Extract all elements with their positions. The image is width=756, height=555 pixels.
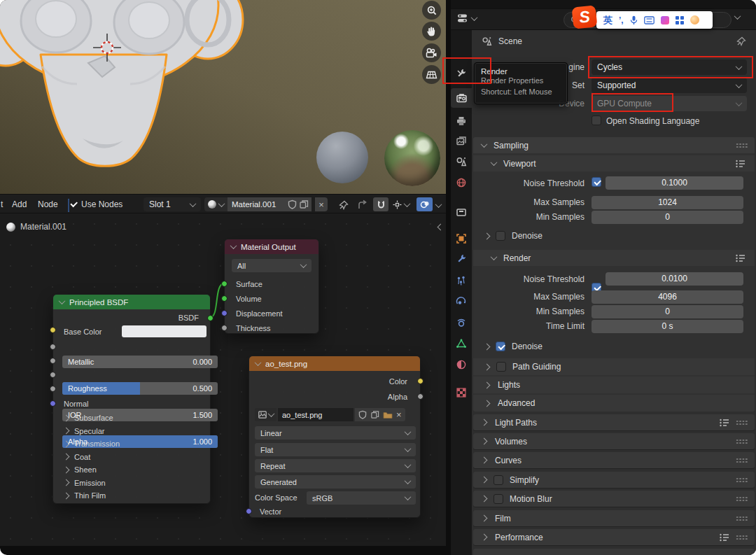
lights-panel-header[interactable]: Lights [473,377,755,393]
displacement-socket[interactable] [221,310,227,316]
render-denoise-panel[interactable]: Denoise [484,342,542,351]
motion-blur-panel[interactable]: Motion Blur [473,491,755,507]
node-menu[interactable]: Node [38,199,58,209]
alpha-socket[interactable] [50,386,56,392]
coat-panel[interactable]: Coat [64,453,90,461]
normal-socket[interactable] [50,400,56,407]
path-guiding-checkbox[interactable] [496,362,506,372]
material-properties-tab[interactable] [451,355,472,374]
material-name-field[interactable]: Material.001 [227,197,293,211]
fake-user-shield-icon[interactable] [288,199,297,209]
motion-blur-checkbox[interactable] [493,494,503,504]
sheen-panel[interactable]: Sheen [64,465,97,474]
simplify-checkbox[interactable] [493,475,503,485]
output-target-dropdown[interactable]: All [232,259,312,272]
snap-toggle-button[interactable] [373,197,388,211]
use-nodes-checkbox[interactable] [68,199,69,212]
header-options-button[interactable] [735,15,740,20]
pin-icon[interactable] [736,36,746,46]
close-icon[interactable]: × [396,410,402,419]
ime-language-toggle[interactable]: 英 [603,14,612,27]
presets-icon[interactable] [719,418,730,428]
panel-grip-icon[interactable] [736,496,748,502]
noise-threshold-checkbox[interactable] [592,177,601,187]
toolbox-grid-icon[interactable] [676,16,684,24]
fake-user-shield-icon[interactable] [358,410,367,419]
presets-icon[interactable] [735,159,746,169]
time-limit-value[interactable]: 0 s [592,320,743,333]
render-min-samples-value[interactable]: 0 [592,305,743,318]
advanced-panel-header[interactable]: Advanced [473,395,755,412]
thin-film-panel[interactable]: Thin Film [64,491,106,500]
view-layer-properties-tab[interactable] [451,131,472,150]
vector-socket[interactable] [246,508,252,514]
perspective-gizmo-button[interactable] [422,65,441,84]
performance-panel[interactable]: Performance [473,529,755,545]
metallic-socket[interactable] [50,344,56,350]
color-output-socket[interactable] [417,378,424,384]
viewport-3d[interactable] [0,0,446,194]
image-name-field[interactable]: ao_test.png [278,408,354,421]
snap-target-dropdown[interactable] [390,197,412,211]
ime-punctuation-toggle[interactable]: ’, [619,15,624,25]
render-noise-threshold-value[interactable]: 0.0100 [606,272,743,286]
suzanne-monkey-model[interactable] [0,0,446,194]
particle-properties-tab[interactable] [451,271,472,290]
thickness-socket[interactable] [221,325,227,331]
folder-icon[interactable] [383,411,393,419]
unlink-button[interactable]: × [315,197,328,211]
noise-threshold-value[interactable]: 0.1000 [606,176,743,190]
shader-node-canvas[interactable]: Material.001 Material Output All Surface… [0,213,446,546]
max-samples-value[interactable]: 1024 [592,196,743,209]
slot-dropdown[interactable]: Slot 1 [144,197,201,211]
panel-grip-icon[interactable] [736,439,748,444]
film-panel[interactable]: Film [473,510,755,526]
menu-partial[interactable]: t [1,199,3,209]
alpha-output-socket[interactable] [417,393,424,400]
presets-icon[interactable] [735,253,746,263]
material-browse-button[interactable] [204,197,227,211]
path-guiding-panel-header[interactable]: Path Guiding [473,358,755,375]
overlays-dropdown-chevron[interactable] [435,201,442,208]
source-dropdown[interactable]: Generated [255,475,416,489]
osl-checkbox[interactable] [592,115,601,125]
simplify-panel[interactable]: Simplify [473,472,755,488]
roughness-slider[interactable]: Roughness0.500 [62,382,218,395]
ior-socket[interactable] [50,372,56,378]
viewport-subpanel-header[interactable]: Viewport [473,155,755,171]
surface-socket[interactable] [221,281,227,287]
mic-icon[interactable] [630,15,638,25]
specular-panel[interactable]: Specular [64,427,104,435]
camera-view-gizmo-button[interactable] [422,43,441,62]
light-paths-panel[interactable]: Light Paths [473,414,755,430]
panel-grip-icon[interactable] [736,516,748,521]
image-browse-button[interactable] [255,408,276,421]
parent-node-tree-icon[interactable] [357,199,368,210]
panel-grip-icon[interactable] [736,458,748,463]
curves-panel[interactable]: Curves [473,452,755,468]
object-properties-tab[interactable] [451,229,472,248]
viewport-denoise-checkbox[interactable] [496,231,505,241]
render-max-samples-value[interactable]: 4096 [592,290,743,304]
pin-icon[interactable] [339,200,349,210]
base-color-socket[interactable] [50,327,56,333]
material-output-node[interactable]: Material Output All Surface Volume Displ… [224,239,319,334]
bsdf-output-socket[interactable] [207,315,214,321]
copy-icon[interactable] [370,410,379,419]
object-data-properties-tab[interactable] [451,334,472,353]
extension-dropdown[interactable]: Repeat [255,459,416,472]
zoom-gizmo-button[interactable] [422,1,441,20]
partial-panel[interactable] [473,549,755,555]
principled-bsdf-node[interactable]: Principled BSDF BSDF Base Color Metallic… [52,294,211,504]
editor-type-button[interactable] [456,13,477,24]
color-space-dropdown[interactable]: sRGB [307,491,416,505]
pan-gizmo-button[interactable] [422,22,441,41]
sampling-panel-header[interactable]: Sampling [473,137,755,153]
collapse-chevron-icon[interactable] [59,297,66,304]
collapse-chevron-icon[interactable] [255,359,262,366]
world-properties-tab[interactable] [451,173,472,192]
volumes-panel[interactable]: Volumes [473,433,755,449]
copy-icon[interactable] [299,199,309,209]
volume-socket[interactable] [221,295,227,302]
interpolation-dropdown[interactable]: Linear [255,426,416,440]
